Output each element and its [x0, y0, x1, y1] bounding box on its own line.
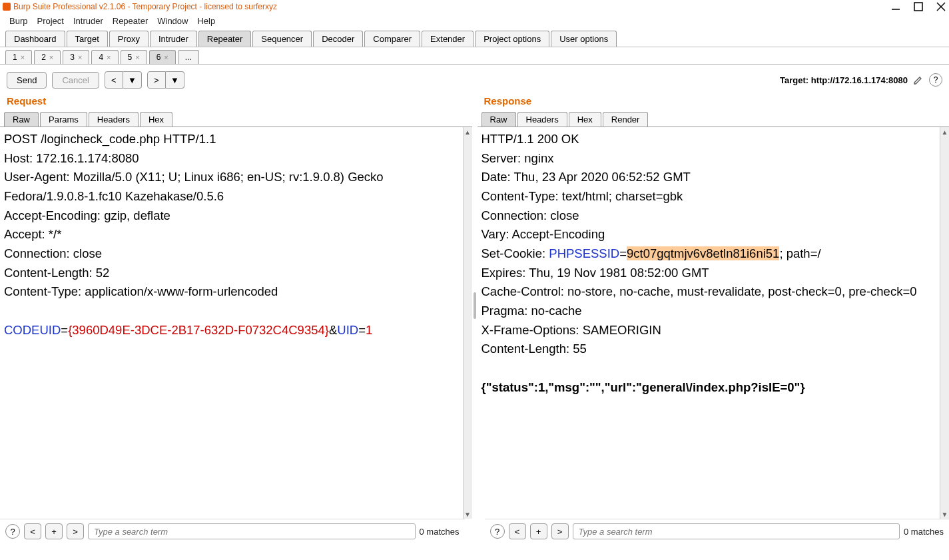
close-icon[interactable]: ×: [135, 53, 139, 61]
menu-burp[interactable]: Burp: [5, 15, 31, 27]
menu-project[interactable]: Project: [33, 15, 67, 27]
repeater-actionbar: Send Cancel < ▼ > ▼ Target: http://172.1…: [0, 65, 949, 93]
tab-extender[interactable]: Extender: [422, 31, 474, 47]
tab-proxy[interactable]: Proxy: [109, 31, 149, 47]
response-pane: Response Raw Headers Hex Render HTTP/1.1…: [477, 93, 950, 519]
response-tab-render[interactable]: Render: [603, 112, 649, 127]
response-tab-hex[interactable]: Hex: [569, 112, 601, 127]
response-tab-headers[interactable]: Headers: [517, 112, 567, 127]
search-options-icon[interactable]: ?: [5, 524, 20, 539]
response-scrollbar[interactable]: ▲ ▼: [940, 127, 949, 519]
help-icon[interactable]: ?: [929, 73, 942, 87]
search-next-button[interactable]: >: [551, 523, 569, 539]
repeater-tab-more[interactable]: ...: [178, 50, 199, 64]
target-label: Target: http://172.16.1.174:8080: [780, 75, 908, 85]
history-forward-button[interactable]: >: [147, 71, 166, 89]
tab-target[interactable]: Target: [67, 31, 108, 47]
search-bars: ? < + > 0 matches ? < + > 0 matches: [0, 519, 949, 543]
tab-sequencer[interactable]: Sequencer: [252, 31, 312, 47]
response-title: Response: [477, 93, 950, 112]
svg-rect-1: [914, 3, 922, 11]
request-search-input[interactable]: [88, 523, 416, 539]
tab-dashboard[interactable]: Dashboard: [5, 31, 65, 47]
request-tab-hex[interactable]: Hex: [140, 112, 172, 127]
window-close-button[interactable]: [936, 1, 946, 12]
search-options-icon[interactable]: ?: [490, 524, 505, 539]
request-scrollbar[interactable]: ▲ ▼: [463, 127, 472, 519]
repeater-tab-3[interactable]: 3×: [63, 50, 89, 64]
response-view-tabs: Raw Headers Hex Render: [477, 112, 950, 127]
edit-target-icon[interactable]: [912, 73, 925, 87]
scroll-up-icon[interactable]: ▲: [940, 127, 949, 137]
window-minimize-button[interactable]: [890, 1, 901, 12]
repeater-tab-1[interactable]: 1×: [5, 50, 32, 64]
response-search-input[interactable]: [573, 523, 900, 539]
tab-decoder[interactable]: Decoder: [313, 31, 363, 47]
search-next-button[interactable]: >: [67, 523, 84, 539]
repeater-tab-4[interactable]: 4×: [91, 50, 118, 64]
request-title: Request: [0, 93, 472, 112]
search-prev-button[interactable]: <: [24, 523, 41, 539]
request-view-tabs: Raw Params Headers Hex: [0, 112, 472, 127]
pane-divider[interactable]: [472, 93, 477, 519]
tab-intruder[interactable]: Intruder: [150, 31, 197, 47]
search-prev-button[interactable]: <: [509, 523, 526, 539]
window-title: Burp Suite Professional v2.1.06 - Tempor…: [13, 2, 277, 11]
history-back-group: < ▼: [105, 71, 142, 89]
history-back-button[interactable]: <: [105, 71, 123, 89]
response-tab-raw[interactable]: Raw: [481, 112, 516, 127]
send-button[interactable]: Send: [7, 72, 47, 89]
window-titlebar: Burp Suite Professional v2.1.06 - Tempor…: [0, 0, 949, 13]
response-search-matches: 0 matches: [904, 527, 944, 537]
main-tabstrip: Dashboard Target Proxy Intruder Repeater…: [0, 28, 949, 47]
response-raw-viewer[interactable]: HTTP/1.1 200 OK Server: nginx Date: Thu,…: [477, 127, 940, 519]
close-icon[interactable]: ×: [164, 53, 168, 61]
menu-repeater[interactable]: Repeater: [109, 15, 152, 27]
request-search-matches: 0 matches: [420, 527, 460, 537]
close-icon[interactable]: ×: [107, 53, 111, 61]
tab-comparer[interactable]: Comparer: [364, 31, 420, 47]
request-raw-editor[interactable]: POST /logincheck_code.php HTTP/1.1 Host:…: [0, 127, 463, 519]
request-response-split: Request Raw Params Headers Hex POST /log…: [0, 93, 949, 519]
tab-repeater[interactable]: Repeater: [198, 31, 251, 47]
tab-user-options[interactable]: User options: [551, 31, 617, 47]
app-logo-icon: [3, 3, 11, 11]
close-icon[interactable]: ×: [78, 53, 82, 61]
scroll-up-icon[interactable]: ▲: [464, 127, 472, 137]
history-forward-dropdown[interactable]: ▼: [166, 71, 184, 89]
cancel-button[interactable]: Cancel: [52, 72, 99, 89]
menu-help[interactable]: Help: [193, 15, 219, 27]
menu-intruder[interactable]: Intruder: [69, 15, 107, 27]
menu-window[interactable]: Window: [153, 15, 192, 27]
scroll-down-icon[interactable]: ▼: [464, 509, 472, 519]
search-add-button[interactable]: +: [45, 523, 63, 539]
close-icon[interactable]: ×: [21, 53, 25, 61]
repeater-tab-2[interactable]: 2×: [34, 50, 61, 64]
request-tab-raw[interactable]: Raw: [4, 112, 39, 127]
request-pane: Request Raw Params Headers Hex POST /log…: [0, 93, 472, 519]
scroll-down-icon[interactable]: ▼: [940, 509, 949, 519]
request-tab-headers[interactable]: Headers: [89, 112, 139, 127]
close-icon[interactable]: ×: [49, 53, 53, 61]
repeater-tab-5[interactable]: 5×: [121, 50, 147, 64]
request-tab-params[interactable]: Params: [40, 112, 87, 127]
search-add-button[interactable]: +: [530, 523, 547, 539]
menubar: Burp Project Intruder Repeater Window He…: [0, 13, 949, 28]
tab-project-options[interactable]: Project options: [475, 31, 549, 47]
window-maximize-button[interactable]: [913, 1, 924, 12]
repeater-tab-6[interactable]: 6×: [149, 50, 176, 64]
history-forward-group: > ▼: [147, 71, 184, 89]
repeater-session-tabstrip: 1× 2× 3× 4× 5× 6× ...: [0, 47, 949, 65]
history-back-dropdown[interactable]: ▼: [123, 71, 142, 89]
